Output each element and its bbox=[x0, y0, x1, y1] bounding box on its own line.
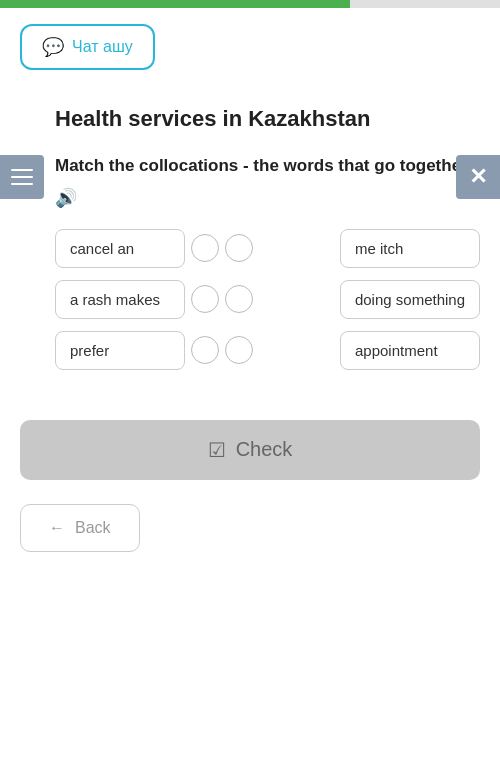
match-right-word-2: doing something bbox=[340, 280, 480, 319]
match-row: cancel an me itch bbox=[55, 229, 480, 268]
page-title: Health services in Kazakhstan bbox=[55, 106, 480, 132]
hamburger-line-3 bbox=[11, 183, 33, 185]
check-icon: ☑ bbox=[208, 438, 226, 462]
match-right-word-1: me itch bbox=[340, 229, 480, 268]
chat-button[interactable]: 💬 Чат ашу bbox=[20, 24, 155, 70]
chat-button-area: 💬 Чат ашу bbox=[0, 8, 500, 86]
check-button-label: Check bbox=[236, 438, 293, 461]
match-grid: cancel an me itch a rash makes doing som… bbox=[55, 229, 480, 370]
match-radio-left-2[interactable] bbox=[191, 285, 219, 313]
check-button[interactable]: ☑ Check bbox=[20, 420, 480, 480]
match-radio-right-2[interactable] bbox=[225, 285, 253, 313]
hamburger-menu-button[interactable] bbox=[0, 155, 44, 199]
match-left-word-2: a rash makes bbox=[55, 280, 185, 319]
back-button[interactable]: ← Back bbox=[20, 504, 140, 552]
match-radio-right-3[interactable] bbox=[225, 336, 253, 364]
match-radio-right-1[interactable] bbox=[225, 234, 253, 262]
back-arrow-icon: ← bbox=[49, 519, 65, 537]
speaker-icon[interactable]: 🔊 bbox=[55, 186, 77, 211]
match-radio-left-1[interactable] bbox=[191, 234, 219, 262]
progress-bar-fill bbox=[0, 0, 350, 8]
hamburger-line-2 bbox=[11, 176, 33, 178]
instructions-text: Match the collocations - the words that … bbox=[55, 154, 480, 211]
chat-icon: 💬 bbox=[42, 36, 64, 58]
close-icon: ✕ bbox=[469, 164, 487, 190]
hamburger-line-1 bbox=[11, 169, 33, 171]
match-right-word-3: appointment bbox=[340, 331, 480, 370]
match-row: a rash makes doing something bbox=[55, 280, 480, 319]
chat-button-label: Чат ашу bbox=[72, 38, 133, 56]
match-left-word-1: cancel an bbox=[55, 229, 185, 268]
instructions-label: Match the collocations - the words that … bbox=[55, 154, 472, 178]
back-button-label: Back bbox=[75, 519, 111, 537]
match-left-word-3: prefer bbox=[55, 331, 185, 370]
close-button[interactable]: ✕ bbox=[456, 155, 500, 199]
progress-bar-container bbox=[0, 0, 500, 8]
match-radio-left-3[interactable] bbox=[191, 336, 219, 364]
match-row: prefer appointment bbox=[55, 331, 480, 370]
main-content: Health services in Kazakhstan Match the … bbox=[0, 86, 500, 420]
